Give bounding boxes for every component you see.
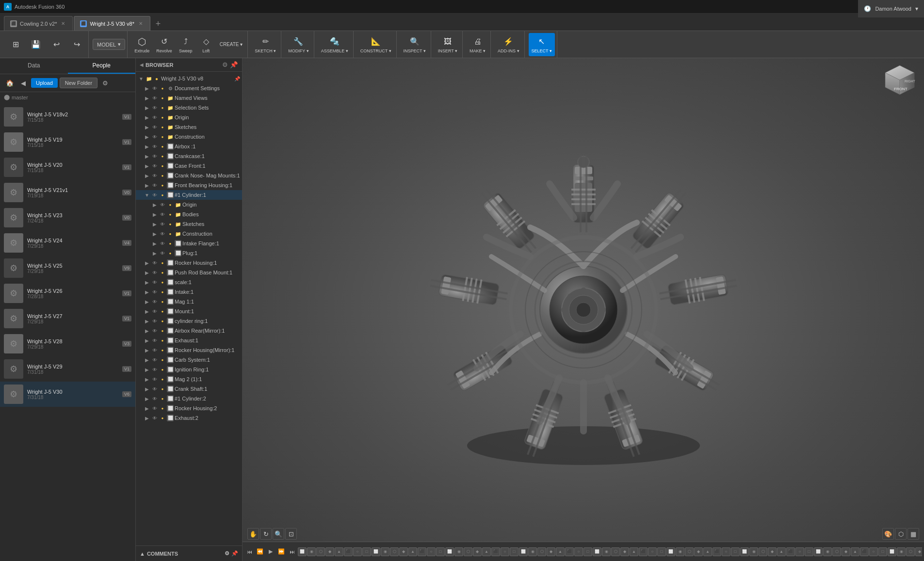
tree-item[interactable]: ▶👁●📁Origin xyxy=(136,112,242,122)
tree-item[interactable]: ▶👁●⬜Rocker Housing:2 xyxy=(136,403,242,413)
tree-item[interactable]: ▶👁●⚙Document Settings xyxy=(136,83,242,93)
create-more-button[interactable]: CREATE ▾ xyxy=(217,33,246,56)
timeline-step[interactable]: ◆ xyxy=(768,547,777,556)
assemble-button[interactable]: 🔩 ASSEMBLE ▾ xyxy=(318,33,351,56)
file-item[interactable]: ⚙Wright J-5 V197/15/18V1 xyxy=(0,129,135,155)
timeline-step[interactable]: ⬜ xyxy=(445,547,454,556)
grid-view-button[interactable]: ⊞ xyxy=(6,33,25,56)
timeline-step[interactable]: ⬡ xyxy=(537,547,546,556)
timeline-step[interactable]: ◆ xyxy=(325,547,334,556)
home-button[interactable]: 🏠 xyxy=(4,77,16,89)
tree-item[interactable]: ▶👁●⬜Rocker Housing:1 xyxy=(136,258,242,268)
sketch-button[interactable]: ✏ SKETCH ▾ xyxy=(252,33,279,56)
model-dropdown[interactable]: MODEL ▾ xyxy=(93,39,125,50)
tab-cowling[interactable]: ⬛ Cowling 2.0 v2* ✕ xyxy=(4,16,73,31)
timeline-step[interactable]: ⬛ xyxy=(786,547,795,556)
file-item[interactable]: ⚙Wright J-5 V257/29/18V9 xyxy=(0,256,135,281)
timeline-step[interactable]: ⬡ xyxy=(316,547,325,556)
tree-item[interactable]: ▶👁●📁Origin xyxy=(136,200,242,209)
save-button[interactable]: 💾 xyxy=(26,33,46,56)
tree-item[interactable]: ▶👁●⬜Mag 1:1 xyxy=(136,297,242,306)
timeline-step[interactable]: ◉ xyxy=(749,547,758,556)
tree-item[interactable]: ▶👁●⬜Case Front:1 xyxy=(136,161,242,171)
timeline-step[interactable]: ◉ xyxy=(528,547,537,556)
new-folder-button[interactable]: New Folder xyxy=(60,78,97,88)
tree-item[interactable]: ▶👁●📁Bodies xyxy=(136,209,242,219)
tree-item[interactable]: ▶👁●⬜Plug:1 xyxy=(136,248,242,258)
timeline-step[interactable]: ○ xyxy=(648,547,657,556)
timeline-step[interactable]: ◆ xyxy=(620,547,629,556)
browser-pin-button[interactable]: 📌 xyxy=(230,61,238,68)
timeline-step[interactable]: ⬜ xyxy=(814,547,823,556)
tree-item[interactable]: ▶👁●📁Selection Sets xyxy=(136,103,242,112)
tree-item[interactable]: ▶👁●⬜Exhaust:1 xyxy=(136,336,242,345)
timeline-step[interactable]: ⬡ xyxy=(611,547,620,556)
tree-item[interactable]: ▶👁●⬜Mag 2 (1):1 xyxy=(136,374,242,384)
timeline-step[interactable]: ◆ xyxy=(915,547,922,556)
timeline-step[interactable]: ▲ xyxy=(408,547,417,556)
timeline-step[interactable]: ▲ xyxy=(851,547,859,556)
timeline-step[interactable]: ⬡ xyxy=(390,547,399,556)
timeline-step[interactable]: ⬜ xyxy=(888,547,896,556)
timeline-step[interactable]: ⬛ xyxy=(418,547,426,556)
tree-item[interactable]: ▶👁●⬜Intake Flange:1 xyxy=(136,239,242,248)
timeline-step[interactable]: □ xyxy=(657,547,666,556)
timeline-step[interactable]: ⬡ xyxy=(832,547,841,556)
timeline-step[interactable]: ◆ xyxy=(473,547,482,556)
timeline-step[interactable]: ◆ xyxy=(842,547,850,556)
tree-item[interactable]: ▶👁●⬜Ignition Ring:1 xyxy=(136,365,242,374)
timeline-step[interactable]: □ xyxy=(436,547,445,556)
select-button[interactable]: ↖ SELECT ▾ xyxy=(529,33,555,56)
tree-item[interactable]: ▶👁●⬜cylinder ring:1 xyxy=(136,316,242,326)
timeline-step[interactable]: ○ xyxy=(869,547,878,556)
timeline-end-button[interactable]: ⏭ xyxy=(287,547,297,557)
tab-wright[interactable]: ⬛ Wright J-5 V30 v8* ✕ xyxy=(74,16,150,31)
addins-button[interactable]: ⚡ ADD-INS ▾ xyxy=(495,33,522,56)
insert-button[interactable]: 🖼 INSERT ▾ xyxy=(435,33,460,56)
display-mode-button[interactable]: ▦ xyxy=(908,528,919,540)
timeline-step[interactable]: □ xyxy=(510,547,519,556)
timeline-step[interactable]: ▲ xyxy=(777,547,786,556)
tree-item[interactable]: ▼👁●⬜#1 Cylinder:1 xyxy=(136,190,242,200)
construct-button[interactable]: 📐 CONSTRUCT ▾ xyxy=(357,33,394,56)
extrude-button[interactable]: ⬡ Extrude xyxy=(131,33,152,56)
browser-settings-button[interactable]: ⚙ xyxy=(222,61,228,68)
file-item[interactable]: ⚙Wright J-5 V21v17/19/18V0 xyxy=(0,180,135,205)
sweep-button[interactable]: ⤴ Sweep xyxy=(176,33,195,56)
tree-item[interactable]: ▶👁●⬜Carb System:1 xyxy=(136,355,242,365)
file-item[interactable]: ⚙Wright J-5 V297/31/18V1 xyxy=(0,356,135,382)
tree-item[interactable]: ▶👁●⬜scale:1 xyxy=(136,277,242,287)
file-item[interactable]: ⚙Wright J-5 V237/24/18V0 xyxy=(0,205,135,230)
timeline-step[interactable]: ⬛ xyxy=(491,547,500,556)
timeline-step[interactable]: □ xyxy=(362,547,371,556)
timeline-step[interactable]: ⬡ xyxy=(906,547,915,556)
back-button[interactable]: ◀ xyxy=(17,77,29,89)
timeline-next-button[interactable]: ⏩ xyxy=(276,547,286,557)
timeline-step[interactable]: ○ xyxy=(722,547,730,556)
revolve-button[interactable]: ↺ Revolve xyxy=(153,33,175,56)
zoom-button[interactable]: 🔍 xyxy=(273,528,284,540)
timeline-step[interactable]: □ xyxy=(878,547,887,556)
timeline-step[interactable]: ◉ xyxy=(823,547,832,556)
timeline-step[interactable]: ▲ xyxy=(556,547,565,556)
timeline-step[interactable]: □ xyxy=(731,547,740,556)
timeline-step[interactable]: ⬛ xyxy=(565,547,574,556)
settings-icon[interactable]: ⚙ xyxy=(99,77,111,89)
timeline-step[interactable]: ◉ xyxy=(307,547,316,556)
timeline-step[interactable]: ▲ xyxy=(335,547,343,556)
timeline-step[interactable]: ○ xyxy=(574,547,583,556)
file-item[interactable]: ⚙Wright J-5 V287/29/18V3 xyxy=(0,331,135,356)
tree-item[interactable]: ▶👁●📁Named Views xyxy=(136,93,242,103)
timeline-step[interactable]: □ xyxy=(805,547,813,556)
file-item[interactable]: ⚙Wright J-5 V307/31/18V6 xyxy=(0,382,135,407)
timeline-step[interactable]: ⬛ xyxy=(344,547,353,556)
timeline-prev-button[interactable]: ⏪ xyxy=(255,547,265,557)
timeline-step[interactable]: ▲ xyxy=(482,547,491,556)
timeline-step[interactable]: ◉ xyxy=(676,547,684,556)
tree-item[interactable]: ▶👁●📁Sketches xyxy=(136,122,242,132)
tree-item[interactable]: ▶👁●⬜Crankcase:1 xyxy=(136,151,242,161)
timeline-step[interactable]: ⬛ xyxy=(860,547,869,556)
file-item[interactable]: ⚙Wright J-5 V267/28/18V1 xyxy=(0,281,135,306)
tree-item[interactable]: ▶👁●⬜Intake:1 xyxy=(136,287,242,297)
data-tab[interactable]: Data xyxy=(0,58,68,74)
